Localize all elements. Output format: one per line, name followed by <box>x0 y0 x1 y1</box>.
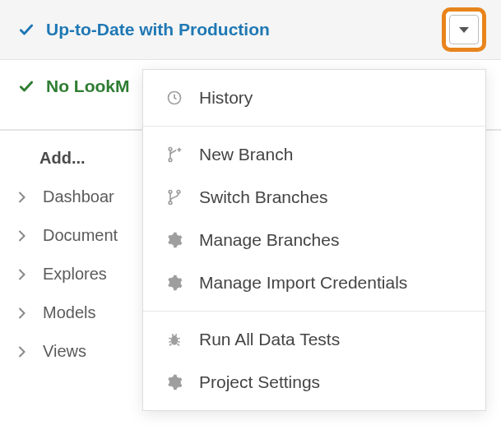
menu-item-label: Run All Data Tests <box>199 330 340 349</box>
chevron-right-icon <box>15 345 28 358</box>
chevron-right-icon <box>15 229 28 242</box>
menu-item-label: Manage Import Credentials <box>199 273 407 293</box>
menu-item-label: New Branch <box>199 145 293 164</box>
menu-item-label: Manage Branches <box>199 230 339 250</box>
menu-item-manage-branches[interactable]: Manage Branches <box>143 219 485 261</box>
chevron-right-icon <box>15 268 28 281</box>
dropdown-toggle[interactable] <box>442 7 486 52</box>
branch-new-icon <box>165 145 184 164</box>
gear-icon <box>165 230 184 250</box>
check-icon <box>18 21 35 38</box>
menu-item-label: Project Settings <box>199 372 320 392</box>
svg-point-7 <box>177 191 180 194</box>
svg-point-5 <box>169 191 172 194</box>
svg-point-8 <box>171 335 178 345</box>
status-lookml-label: No LookM <box>46 76 129 96</box>
gear-icon <box>165 372 184 392</box>
menu-item-project-settings[interactable]: Project Settings <box>143 361 485 404</box>
tree-item-label: Views <box>43 342 86 361</box>
tree-item-label: Explores <box>43 265 107 284</box>
status-bar-production: Up-to-Date with Production <box>0 0 501 60</box>
menu-item-run-all-data-tests[interactable]: Run All Data Tests <box>143 318 485 361</box>
dropdown-toggle-inner <box>449 15 479 44</box>
menu-group: Run All Data Tests Project Settings <box>143 312 485 410</box>
svg-point-1 <box>169 148 172 151</box>
tree-item-label: Dashboar <box>43 187 114 206</box>
status-production-label: Up-to-Date with Production <box>46 20 270 39</box>
tree-item-label: Document <box>43 226 118 245</box>
tree-item-label: Models <box>43 303 95 322</box>
menu-item-label: Switch Branches <box>199 187 327 207</box>
bug-icon <box>165 330 184 349</box>
menu-item-history[interactable]: History <box>143 76 485 119</box>
menu-item-manage-import-credentials[interactable]: Manage Import Credentials <box>143 261 485 304</box>
branch-icon <box>165 187 184 207</box>
menu-item-new-branch[interactable]: New Branch <box>143 133 485 176</box>
svg-point-2 <box>169 159 172 162</box>
gear-icon <box>165 273 184 293</box>
svg-point-6 <box>169 201 172 205</box>
dropdown-menu: History New Branch Switch Branches Manag… <box>142 69 486 411</box>
menu-item-switch-branches[interactable]: Switch Branches <box>143 176 485 219</box>
chevron-right-icon <box>15 191 28 204</box>
check-icon <box>18 78 35 95</box>
clock-icon <box>165 88 184 108</box>
menu-group: History <box>143 70 485 126</box>
menu-group: New Branch Switch Branches Manage Branch… <box>143 127 485 311</box>
menu-item-label: History <box>199 88 253 108</box>
chevron-right-icon <box>15 307 28 320</box>
chevron-down-icon <box>459 27 469 33</box>
